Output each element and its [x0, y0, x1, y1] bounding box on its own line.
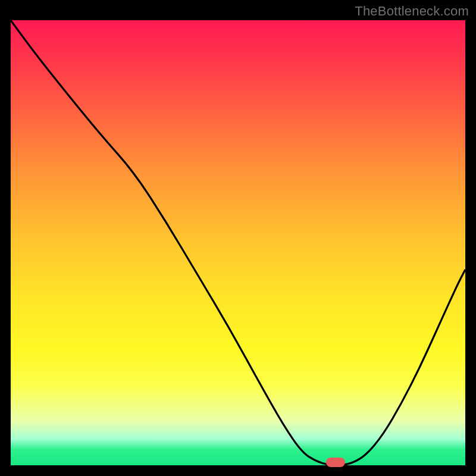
- bottleneck-curve: [11, 20, 465, 465]
- optimal-point-marker: [326, 458, 345, 467]
- curve-path: [11, 20, 465, 465]
- watermark-text: TheBottleneck.com: [355, 4, 469, 19]
- plot-area: [11, 20, 465, 465]
